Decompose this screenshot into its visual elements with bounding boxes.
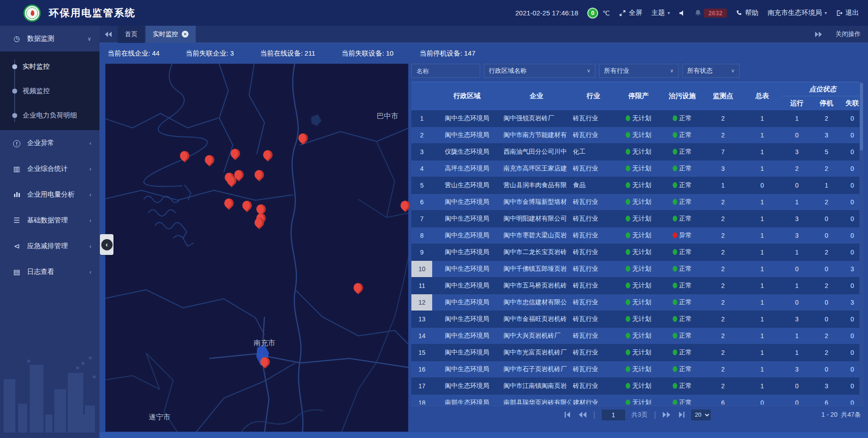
sidebar-item-5[interactable]: ☰基础数据管理‹	[0, 207, 99, 233]
sidebar-item-2[interactable]: !企业异常‹	[0, 130, 99, 156]
first-page-button[interactable]	[564, 412, 572, 418]
table-row[interactable]: 4高坪生态环境局南充市高坪区王家店建砖瓦行业无计划正常31220	[411, 160, 863, 177]
map-collapse-button[interactable]: ‹	[100, 234, 113, 255]
table-scrollbar[interactable]	[859, 82, 863, 405]
cell-stop-plan: 无计划	[616, 328, 661, 344]
table-row[interactable]: 13阆中生态环境局阆中市金福旺页岩机砖砖瓦行业无计划正常21300	[411, 311, 863, 328]
table-row[interactable]: 2阆中生态环境局阆中市南方节能建材有砖瓦行业无计划正常21030	[411, 127, 863, 144]
tabs-scroll-right-button[interactable]	[809, 32, 827, 37]
page-number-input[interactable]	[602, 410, 625, 420]
cell-facility-status: 正常	[661, 160, 703, 177]
table-row[interactable]: 15阆中生态环境局阆中市光富页岩机砖厂砖瓦行业无计划正常21120	[411, 344, 863, 361]
status-dot-green	[626, 366, 630, 372]
sidebar-item-1[interactable]: ◷数据监测∨	[0, 26, 99, 52]
col-企业: 企业	[502, 82, 571, 110]
fullscreen-button[interactable]: 全屏	[619, 9, 642, 17]
status-dot-green	[673, 165, 677, 171]
cell-meters: 1	[743, 311, 782, 328]
cell-facility-status: 正常	[661, 328, 703, 344]
table-row[interactable]: 5营山生态环境局营山县润丰肉食品有限食品无计划正常10010	[411, 177, 863, 194]
sidebar-item-3[interactable]: ▥企业综合统计‹	[0, 156, 99, 182]
col-停限产: 停限产	[616, 82, 661, 110]
total-pages-label: 共3页	[632, 411, 648, 419]
map-panel[interactable]: 巴中市南充市遂宁市 ‹	[105, 64, 408, 432]
table-row[interactable]: 16阆中生态环境局阆中市石子页岩机砖厂砖瓦行业无计划正常21300	[411, 361, 863, 378]
page-size-select[interactable]: 20	[691, 410, 711, 420]
last-page-button[interactable]	[677, 412, 685, 418]
help-button[interactable]: 帮助	[736, 9, 759, 17]
next-page-button[interactable]	[662, 412, 671, 418]
table-row[interactable]: 9阆中生态环境局阆中市二龙长宝页岩砖砖瓦行业无计划正常21120	[411, 244, 863, 261]
cell-company: 阆中市金福旺页岩机砖	[502, 311, 571, 328]
scrollbar-thumb[interactable]	[860, 83, 863, 151]
row-index: 16	[411, 361, 432, 378]
cell-region: 营山生态环境局	[432, 177, 501, 194]
chevron-down-icon: ∨	[587, 68, 590, 74]
cell-stop-plan: 无计划	[616, 110, 661, 127]
sidebar-item-6[interactable]: ⊲应急减排管理‹	[0, 233, 99, 259]
cell-industry: 砖瓦行业	[571, 194, 616, 211]
cell-company: 南部县瑞华页岩砖有限公	[502, 395, 571, 405]
row-index: 10	[411, 261, 432, 278]
cell-stop-plan: 无计划	[616, 160, 661, 177]
monitor-table-panel: 行政区域名称∨ 所有行业∨ 所有状态∨ 行政区域企业行业停限产治污设施监测点总表…	[411, 64, 863, 424]
table-row[interactable]: 7阆中生态环境局阆中明阳建材有限公司砖瓦行业无计划正常21300	[411, 211, 863, 227]
tab-bar: 首页实时监控✕ 关闭操作	[99, 26, 868, 43]
cell-industry: 砖瓦行业	[571, 278, 616, 294]
tab-close-icon[interactable]: ✕	[182, 31, 189, 38]
close-operations-button[interactable]: 关闭操作	[835, 30, 861, 38]
clock-icon: ◷	[12, 34, 22, 43]
table-row[interactable]: 14阆中生态环境局阆中大兴页岩机砖厂砖瓦行业无计划正常21120	[411, 328, 863, 344]
cell-stopped: 0	[812, 311, 841, 328]
sidebar-subitem-视频监控[interactable]: 视频监控	[0, 79, 99, 103]
status-dot-green	[626, 283, 630, 288]
cell-industry: 砖瓦行业	[571, 160, 616, 177]
status-dot-green	[626, 232, 630, 238]
status-filter-select[interactable]: 所有状态∨	[682, 64, 740, 78]
table-row[interactable]: 18南部生态环境局南部县瑞华页岩砖有限公建材行业无计划正常60060	[411, 395, 863, 405]
cell-points: 1	[703, 177, 743, 194]
notifications-button[interactable]: 2632	[695, 9, 727, 18]
cell-facility-status: 正常	[661, 344, 703, 361]
table-row[interactable]: 1阆中生态环境局阆中强锐页岩砖厂砖瓦行业无计划正常21120	[411, 110, 863, 127]
cell-stop-plan: 无计划	[616, 144, 661, 160]
theme-menu-button[interactable]: 主题▾	[651, 9, 670, 17]
row-index: 3	[411, 144, 432, 160]
app-logo-icon	[24, 5, 41, 22]
sidebar-item-7[interactable]: ▤日志查看‹	[0, 259, 99, 285]
status-dot-green	[673, 400, 677, 405]
sidebar-subitem-企业电力负荷明细[interactable]: 企业电力负荷明细	[0, 103, 99, 127]
status-dot-green	[626, 316, 630, 322]
sidebar-item-4[interactable]: 企业用电量分析‹	[0, 182, 99, 207]
table-row[interactable]: 6阆中生态环境局阆中市金博瑞新型墙材砖瓦行业无计划正常21120	[411, 194, 863, 211]
name-filter-input[interactable]	[411, 64, 480, 78]
table-row[interactable]: 12阆中生态环境局阆中市忠信建材有限公砖瓦行业无计划正常21003	[411, 294, 863, 311]
cell-run: 0	[782, 261, 812, 278]
industry-filter-select[interactable]: 所有行业∨	[599, 64, 679, 78]
cell-company: 阆中市江南镇阆南页岩	[502, 378, 571, 395]
cell-facility-status: 正常	[661, 211, 703, 227]
region-filter-select[interactable]: 行政区域名称∨	[484, 64, 595, 78]
table-row[interactable]: 3仪陇生态环境局西南油气田分公司川中化工无计划正常71350	[411, 144, 863, 160]
prev-page-button[interactable]	[578, 412, 587, 418]
cell-points: 2	[703, 311, 743, 328]
cell-facility-status: 正常	[661, 311, 703, 328]
cell-meters: 1	[743, 378, 782, 395]
tab-首页[interactable]: 首页	[118, 26, 145, 43]
cell-run: 3	[782, 361, 812, 378]
cell-run: 0	[782, 294, 812, 311]
sound-button[interactable]	[679, 10, 686, 16]
logout-button[interactable]: 退出	[836, 9, 859, 17]
table-row[interactable]: 8阆中生态环境局阆中市枣碧大梁山页岩砖瓦行业无计划异常21300	[411, 227, 863, 244]
table-row[interactable]: 17阆中生态环境局阆中市江南镇阆南页岩砖瓦行业无计划正常21030	[411, 378, 863, 395]
chevron-left-icon: ‹	[90, 243, 91, 250]
stat-3: 当前在线设备:211	[260, 49, 315, 64]
tab-实时监控[interactable]: 实时监控✕	[146, 26, 196, 43]
table-row[interactable]: 11阆中生态环境局阆中市五马桥页岩机砖砖瓦行业无计划正常21120	[411, 278, 863, 294]
cell-stop-plan: 无计划	[616, 361, 661, 378]
org-menu-button[interactable]: 南充市生态环境局▾	[768, 9, 827, 17]
sidebar-subitem-实时监控[interactable]: 实时监控	[0, 54, 99, 79]
tabs-scroll-left-button[interactable]	[99, 32, 118, 37]
status-dot-green	[626, 165, 630, 171]
table-row[interactable]: 10阆中生态环境局阆中千佛镇五郎垭页岩砖瓦行业无计划正常21003	[411, 261, 863, 278]
